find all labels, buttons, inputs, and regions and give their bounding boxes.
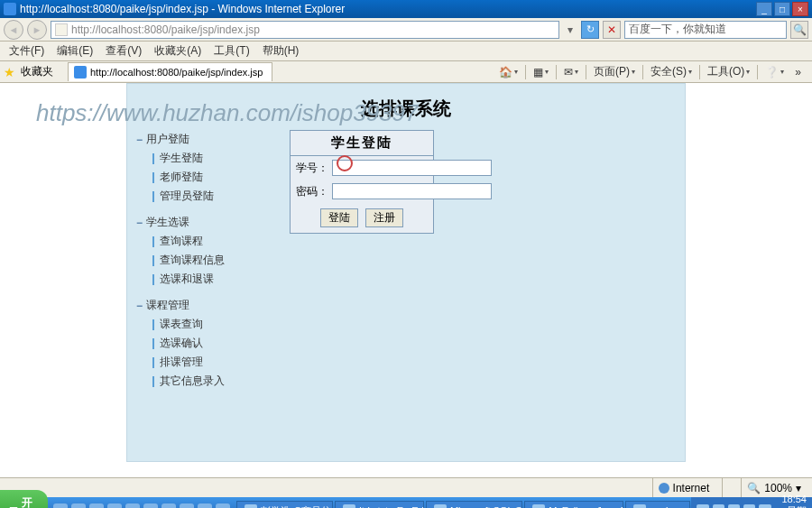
menu-bar: 文件(F) 编辑(E) 查看(V) 收藏夹(A) 工具(T) 帮助(H) [0,42,812,61]
menu-tools[interactable]: 工具(T) [208,42,254,60]
page-icon [55,23,68,36]
ie-icon [4,3,16,15]
page-title: 选排课系统 [127,84,685,130]
tray-icon-3[interactable] [728,504,740,508]
quick-launch [48,503,235,508]
login-button[interactable]: 登陆 [320,208,358,227]
address-bar-row: ◄ ► http://localhost:8080/paike/jsp/inde… [0,18,812,42]
tab-label: http://localhost:8080/paike/jsp/index.js… [90,67,263,78]
windows-logo-icon: ⊞ [9,504,18,508]
ql-icon-8[interactable] [180,503,194,508]
tray-icon-4[interactable] [743,504,755,508]
sidebar-group-select[interactable]: −学生选课 [136,213,254,232]
address-input[interactable]: http://localhost:8080/paike/jsp/index.js… [51,21,559,39]
minimize-button[interactable]: _ [756,2,772,16]
sidebar-item-other-input[interactable]: 其它信息录入 [136,372,254,391]
ql-icon-1[interactable] [53,503,68,508]
globe-icon [659,483,669,494]
password-input[interactable] [332,183,492,199]
sidebar-nav: −用户登陆 学生登陆 老师登陆 管理员登陆 −学生选课 查询课程 查询课程信息 … [136,130,254,398]
sidebar-item-select-drop[interactable]: 选课和退课 [136,270,254,289]
feeds-button[interactable]: ▦▾ [530,64,552,80]
favorites-star-icon[interactable]: ★ [4,65,15,79]
sidebar-item-query-course[interactable]: 查询课程 [136,232,254,251]
ql-icon-4[interactable] [107,503,122,508]
menu-edit[interactable]: 编辑(E) [51,42,98,60]
start-button[interactable]: ⊞ 开始 [0,490,48,508]
search-input[interactable]: 百度一下，你就知道 [624,21,787,39]
register-button[interactable]: 注册 [365,208,403,227]
sidebar-item-teacher-login[interactable]: 老师登陆 [136,168,254,187]
window-title: http://localhost:8080/paike/jsp/index.js… [20,3,345,15]
menu-help[interactable]: 帮助(H) [257,42,305,60]
back-button[interactable]: ◄ [4,20,23,40]
stop-button[interactable]: ✕ [603,21,621,39]
task-4[interactable]: MyEclipse Java En... [524,501,623,508]
sidebar-group-manage[interactable]: −课程管理 [136,296,254,315]
page-content: https://www.huzhan.com/ishop39397 选排课系统 … [0,83,812,477]
mail-button[interactable]: ✉▾ [560,64,582,80]
password-label: 密码： [296,184,328,199]
expand-button[interactable]: » [791,64,805,80]
sidebar-item-schedule-manage[interactable]: 排课管理 [136,353,254,372]
sidebar-item-query-course-info[interactable]: 查询课程信息 [136,251,254,270]
help-icon-button[interactable]: ❔▾ [761,64,788,80]
task-5[interactable]: workspace [625,501,690,508]
search-placeholder: 百度一下，你就知道 [629,22,726,37]
student-id-input[interactable] [332,160,492,176]
task-1[interactable]: 彭学浩-C商品信息... [236,501,333,508]
task-3[interactable]: Microsoft SQL Ser... [426,501,522,508]
ql-icon-7[interactable] [161,503,176,508]
address-url: http://localhost:8080/paike/jsp/index.js… [71,23,260,36]
ql-icon-3[interactable] [89,503,104,508]
forward-button[interactable]: ► [27,20,47,40]
status-bar: Internet 🔍 100% ▾ [0,477,812,497]
home-button[interactable]: 🏠▾ [495,64,521,80]
sidebar-item-student-login[interactable]: 学生登陆 [136,149,254,168]
sidebar-item-admin-login[interactable]: 管理员登陆 [136,187,254,206]
system-tray: 18:54星期二 [691,497,812,508]
safety-button[interactable]: 安全(S)▾ [647,62,696,81]
sidebar-item-select-confirm[interactable]: 选课确认 [136,334,254,353]
cursor-indicator-icon [337,155,353,171]
sidebar-item-schedule-query[interactable]: 课表查询 [136,315,254,334]
task-2[interactable]: jtds.txt - EmEditor [335,501,424,508]
student-id-label: 学号： [296,161,328,176]
system-clock[interactable]: 18:54星期二 [775,494,807,509]
ql-icon-6[interactable] [143,503,158,508]
login-panel-title: 学生登陆 [291,131,433,156]
menu-file[interactable]: 文件(F) [4,42,50,60]
tray-icon-1[interactable] [697,504,708,508]
tray-icon-2[interactable] [713,504,724,508]
sidebar-group-login[interactable]: −用户登陆 [136,130,254,149]
search-button[interactable]: 🔍 [790,21,808,39]
ql-icon-2[interactable] [71,503,86,508]
ql-icon-5[interactable] [125,503,140,508]
maximize-button[interactable]: □ [774,2,790,16]
favorites-bar: ★ 收藏夹 http://localhost:8080/paike/jsp/in… [0,61,812,83]
refresh-button[interactable]: ↻ [581,21,599,39]
browser-tab[interactable]: http://localhost:8080/paike/jsp/index.js… [68,62,272,81]
close-button[interactable]: × [792,2,808,16]
status-zone-internet: Internet [652,478,715,497]
tray-icon-5[interactable] [759,504,770,508]
ql-icon-9[interactable] [198,503,212,508]
page-button[interactable]: 页面(P)▾ [590,62,639,81]
windows-taskbar: ⊞ 开始 彭学浩-C商品信息... jtds.txt - EmEditor Mi… [0,497,812,508]
address-dropdown[interactable]: ▾ [563,23,577,36]
tools-button[interactable]: 工具(O)▾ [704,62,753,81]
window-titlebar: http://localhost:8080/paike/jsp/index.js… [0,0,812,18]
student-login-panel: 学生登陆 学号： 密码： 登陆 注册 [290,130,434,234]
favorites-label[interactable]: 收藏夹 [21,64,53,79]
status-protected-mode [722,478,734,497]
menu-view[interactable]: 查看(V) [100,42,147,60]
tab-icon [74,66,87,79]
menu-favorites[interactable]: 收藏夹(A) [149,42,207,60]
ql-icon-10[interactable] [216,503,230,508]
